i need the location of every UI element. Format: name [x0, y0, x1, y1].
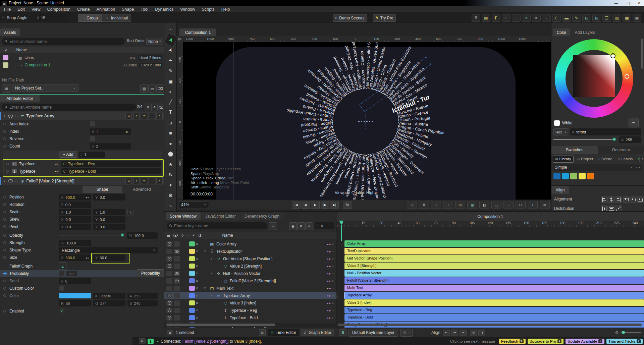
probability-keyframe-widget[interactable]: ◇▸: [66, 271, 77, 276]
layer-color-swatch[interactable]: [189, 256, 195, 261]
source-labels[interactable]: ◇Labels: [616, 156, 635, 162]
timeline-bar[interactable]: Falloff [Value 2 [Strength]]: [344, 277, 644, 284]
grid-display-icon[interactable]: ▦: [467, 201, 477, 209]
keyframe-next-icon[interactable]: ▸: [57, 170, 59, 173]
keyframe-dot-icon[interactable]: ○: [332, 257, 334, 261]
prev-frame-button[interactable]: ◀|: [302, 201, 310, 209]
move-icon[interactable]: ✛: [528, 201, 538, 209]
source-project[interactable]: ▭Project: [575, 156, 595, 162]
color-wheel[interactable]: [555, 39, 633, 118]
vertical-ruler[interactable]: 4503001500-150-300-450: [177, 42, 183, 199]
layer-enable-cell[interactable]: [166, 271, 172, 276]
menu-window[interactable]: Window: [177, 7, 198, 12]
scale-link-icon[interactable]: ⇅: [127, 209, 133, 216]
layer-row[interactable]: ✓◘▤Color Array◂▸○: [164, 240, 336, 247]
asset-color-swatch[interactable]: [3, 55, 8, 60]
maximize-button[interactable]: ▢: [623, 0, 633, 6]
keyframe-dot[interactable]: [3, 130, 6, 133]
minimize-button[interactable]: —: [611, 0, 621, 6]
keyframe-prev-icon[interactable]: ◂: [86, 256, 87, 260]
value-field[interactable]: G174: [93, 300, 125, 306]
keyframe-next-icon[interactable]: ▸: [57, 162, 59, 166]
panel-scrollbar[interactable]: [641, 39, 643, 69]
keyframe-dot[interactable]: [3, 280, 6, 282]
dashes-icon[interactable]: =: [532, 14, 541, 22]
tool-line-icon[interactable]: ╱: [165, 97, 176, 107]
value-field[interactable]: %100.0: [127, 232, 158, 239]
opacity-slider-handle[interactable]: [121, 233, 124, 237]
transform-button[interactable]: ✥: [297, 222, 305, 230]
keyframe-dot[interactable]: [3, 225, 6, 228]
go-end-button[interactable]: ▶|: [330, 201, 339, 209]
grid-button[interactable]: ∷: [149, 178, 155, 184]
kf-align-mid-button[interactable]: ⇹: [451, 330, 458, 336]
badge-tips-and-tricks[interactable]: Tips and Tricks✦: [606, 339, 643, 344]
timeline-bar[interactable]: Null - Position Vector: [344, 270, 644, 277]
menu-tool[interactable]: Tool: [137, 7, 152, 12]
keyframe-next-icon[interactable]: ▸: [127, 130, 129, 133]
mask-icon[interactable]: ◧: [479, 201, 489, 209]
frame-count-field[interactable]: 0: [419, 201, 429, 209]
messages-icon[interactable]: ▤: [139, 338, 146, 344]
close-button[interactable]: ✕: [635, 0, 644, 6]
layer-visibility-cell[interactable]: [174, 315, 180, 321]
timeline-bar[interactable]: Value 3 [Index]: [344, 299, 644, 306]
attr-list-button[interactable]: ≛: [151, 104, 158, 111]
toolbar-handle[interactable]: ⠿: [2, 15, 4, 20]
tool-direct-select-icon[interactable]: ➤: [164, 43, 177, 57]
value-field[interactable]: X600.0◂▸: [59, 254, 91, 261]
keyframe-dot[interactable]: [3, 203, 6, 206]
value-field[interactable]: #2: [90, 143, 131, 150]
layer-visibility-cell[interactable]: [174, 300, 180, 306]
value-field[interactable]: X0.0: [59, 224, 91, 230]
layer-row[interactable]: ◘∨⠿TextDuplicator◂▸○: [164, 248, 336, 255]
keyframe-dot[interactable]: [3, 241, 6, 244]
menu-animation[interactable]: Animation: [93, 7, 119, 12]
expand-chevron-icon[interactable]: ∨: [202, 287, 208, 290]
keyframe-dot-icon[interactable]: ○: [332, 308, 334, 312]
layer-color-swatch[interactable]: [189, 241, 195, 246]
columns-icon[interactable]: ☰: [602, 14, 611, 22]
swatch-chip[interactable]: [570, 173, 577, 179]
opacity-slider-track[interactable]: [59, 235, 123, 235]
menu-create[interactable]: Create: [74, 7, 93, 12]
value-field[interactable]: R58: [59, 300, 91, 306]
layer-row[interactable]: ✓◘tTypeface - Reg◂▸○: [164, 307, 336, 314]
open-folder-button[interactable]: ▤: [140, 84, 148, 93]
play-button[interactable]: ▶: [311, 201, 320, 209]
layer-enable-cell[interactable]: [166, 249, 172, 254]
delete-button[interactable]: ⌫: [156, 84, 164, 93]
value-field[interactable]: %100.0: [59, 240, 91, 246]
layer-color-swatch[interactable]: [189, 278, 195, 283]
layer-visibility-cell[interactable]: [174, 256, 180, 262]
layer-row[interactable]: ✓◘▽Value 2 [Strength]◂▸○: [164, 263, 336, 270]
value-field[interactable]: Y0.0: [93, 224, 125, 230]
layer-visibility-cell[interactable]: [174, 271, 180, 276]
typeface-list-row[interactable]: 1Typeface◂▸CTypeface - Bold: [3, 168, 161, 175]
go-start-button[interactable]: |◀: [292, 201, 301, 209]
grid-view-button[interactable]: ∷: [636, 156, 639, 162]
isolate-button[interactable]: ◉: [289, 222, 297, 230]
probability-checkbox[interactable]: [59, 271, 64, 276]
layer-visibility-cell[interactable]: [174, 264, 180, 269]
tab-add-layers[interactable]: Add Layers: [571, 28, 599, 36]
badge-upgrade-to-pro[interactable]: Upgrade to Pro★: [528, 339, 564, 344]
layer-enable-cell[interactable]: ✓: [166, 264, 172, 269]
layer-row[interactable]: ◘◎Falloff [Value 2 [Strength]]◂▸○: [164, 277, 336, 284]
layer-visibility-cell[interactable]: [174, 286, 180, 291]
falloff-tab-advanced[interactable]: Advanced: [122, 186, 162, 193]
timeline-h-scrollbar[interactable]: [338, 324, 642, 326]
asset-row[interactable]: ▭Composition 130.00fps1920 x 1080: [0, 61, 164, 69]
hex-field[interactable]: #fdfdfd: [570, 128, 641, 135]
project-set-select[interactable]: No Project Set...∨: [12, 84, 78, 92]
keyframe-prev-icon[interactable]: ◂: [327, 242, 328, 246]
falloff-graph-button[interactable]: ∠: [59, 263, 66, 270]
enable-toggle[interactable]: ✓: [8, 114, 13, 118]
individual-button[interactable]: ⠐⠅Individual: [102, 14, 131, 22]
layer-color-swatch[interactable]: [189, 249, 195, 254]
keyframe-dot[interactable]: [3, 123, 6, 125]
keyframe-dot[interactable]: [3, 234, 6, 237]
keyframe-next-icon[interactable]: ▸: [329, 309, 331, 312]
time-editor-button[interactable]: ☰Time Editor: [268, 329, 299, 336]
enabled-checkbox[interactable]: ✓: [59, 308, 65, 313]
